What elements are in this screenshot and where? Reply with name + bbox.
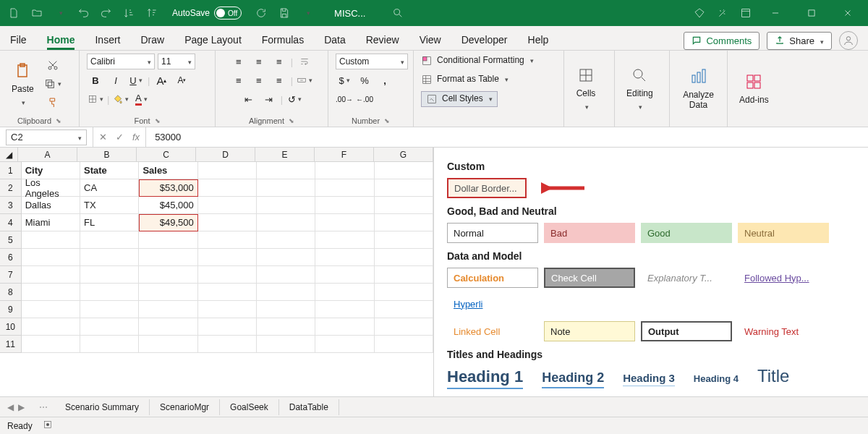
row-header[interactable]: 4 xyxy=(0,214,22,231)
minimize-button[interactable] xyxy=(760,0,791,26)
align-right-icon[interactable]: ≡ xyxy=(271,72,288,88)
currency-button[interactable]: $ xyxy=(336,72,353,88)
align-center-icon[interactable]: ≡ xyxy=(250,72,268,88)
cell[interactable] xyxy=(315,249,374,266)
cell[interactable] xyxy=(139,266,197,284)
style-warning-text[interactable]: Warning Text xyxy=(738,321,829,341)
cell[interactable]: CA xyxy=(80,179,139,197)
cell[interactable] xyxy=(315,179,374,197)
cell[interactable]: Sales xyxy=(139,162,197,179)
name-box[interactable]: C2 xyxy=(6,129,87,145)
cell[interactable] xyxy=(375,162,433,179)
merge-center-icon[interactable] xyxy=(296,72,313,88)
number-format-dropdown[interactable]: Custom xyxy=(336,54,408,69)
fill-color-button[interactable] xyxy=(112,91,129,107)
style-normal[interactable]: Normal xyxy=(447,223,538,243)
row-header[interactable]: 7 xyxy=(0,266,22,284)
cell[interactable] xyxy=(257,336,315,353)
cancel-edit-icon[interactable]: ✕ xyxy=(99,132,107,142)
style-good[interactable]: Good xyxy=(641,223,732,243)
cell[interactable] xyxy=(22,336,80,353)
dec-decimal-button[interactable]: ←.00 xyxy=(356,91,373,107)
cell[interactable] xyxy=(80,266,139,284)
cell[interactable] xyxy=(139,284,197,301)
col-header-C[interactable]: C xyxy=(137,148,196,162)
cell[interactable] xyxy=(22,266,80,284)
style-heading-4[interactable]: Heading 4 xyxy=(694,373,739,384)
fx-icon[interactable]: fx xyxy=(132,132,140,142)
dec-indent-icon[interactable]: ⇤ xyxy=(240,91,258,107)
cell[interactable] xyxy=(139,231,197,249)
row-header[interactable]: 1 xyxy=(0,162,22,179)
style-linked-cell[interactable]: Linked Cell xyxy=(447,321,538,341)
cell[interactable] xyxy=(315,318,374,336)
cell-styles-button[interactable]: Cell Styles xyxy=(421,91,498,107)
cell[interactable] xyxy=(80,336,139,353)
cell[interactable] xyxy=(198,197,257,214)
save-icon[interactable] xyxy=(275,3,294,23)
cell[interactable] xyxy=(375,179,433,197)
row-header[interactable]: 8 xyxy=(0,284,22,301)
row-header[interactable]: 2 xyxy=(0,179,22,197)
macro-record-icon[interactable] xyxy=(43,420,53,432)
col-header-F[interactable]: F xyxy=(315,148,374,162)
style-heading-2[interactable]: Heading 2 xyxy=(542,370,604,388)
cell[interactable] xyxy=(139,336,197,353)
cell[interactable] xyxy=(198,231,257,249)
style-note[interactable]: Note xyxy=(544,321,635,341)
cell[interactable] xyxy=(198,284,257,301)
window-icon[interactable] xyxy=(736,3,755,23)
cell[interactable] xyxy=(257,197,315,214)
confirm-edit-icon[interactable]: ✓ xyxy=(116,132,124,142)
cell[interactable] xyxy=(139,301,197,318)
tab-developer[interactable]: Developer xyxy=(461,34,508,50)
orientation-icon[interactable]: ↺ xyxy=(286,91,303,107)
editing-button[interactable]: Editing xyxy=(622,62,658,114)
sheet-tab-datatable[interactable]: DataTable xyxy=(279,399,339,415)
share-button[interactable]: Share xyxy=(767,32,832,50)
style-output[interactable]: Output xyxy=(641,321,732,341)
row-header[interactable]: 9 xyxy=(0,301,22,318)
cell[interactable] xyxy=(375,249,433,266)
cell[interactable] xyxy=(375,301,433,318)
qat-more-icon[interactable] xyxy=(298,3,317,23)
cell[interactable] xyxy=(315,214,374,231)
row-header[interactable]: 11 xyxy=(0,336,22,353)
cell[interactable] xyxy=(257,266,315,284)
col-header-A[interactable]: A xyxy=(18,148,77,162)
cell[interactable] xyxy=(375,318,433,336)
new-file-icon[interactable] xyxy=(4,3,23,23)
formula-value[interactable]: 53000 xyxy=(146,132,181,142)
tab-view[interactable]: View xyxy=(420,34,441,50)
style-check-cell[interactable]: Check Cell xyxy=(544,268,635,288)
cell[interactable]: $49,500 xyxy=(139,214,197,231)
cell[interactable] xyxy=(315,162,374,179)
cell[interactable]: State xyxy=(80,162,139,179)
cell[interactable] xyxy=(315,301,374,318)
format-as-table-button[interactable]: Format as Table xyxy=(421,72,509,87)
cell[interactable] xyxy=(198,214,257,231)
font-color-button[interactable]: A xyxy=(132,91,150,107)
cell[interactable]: FL xyxy=(80,214,139,231)
row-header[interactable]: 6 xyxy=(0,249,22,266)
italic-button[interactable]: I xyxy=(107,72,124,88)
style-bad[interactable]: Bad xyxy=(544,223,635,243)
sheet-tab-scenario-summary[interactable]: Scenario Summary xyxy=(55,399,150,415)
percent-button[interactable]: % xyxy=(356,72,373,88)
cell[interactable] xyxy=(198,301,257,318)
cells-button[interactable]: Cells xyxy=(571,62,600,114)
cell[interactable] xyxy=(257,162,315,179)
maximize-button[interactable] xyxy=(796,0,827,26)
sort-asc-icon[interactable] xyxy=(120,3,139,23)
cell[interactable] xyxy=(139,249,197,266)
tab-draw[interactable]: Draw xyxy=(140,34,164,50)
align-left-icon[interactable]: ≡ xyxy=(230,72,247,88)
autosave-toggle[interactable]: AutoSave Off xyxy=(172,7,242,20)
cell[interactable] xyxy=(257,249,315,266)
cell[interactable] xyxy=(80,249,139,266)
cell[interactable]: $53,000 xyxy=(139,179,197,197)
underline-button[interactable]: U xyxy=(127,72,145,88)
addins-button[interactable]: Add-ins xyxy=(735,69,773,108)
cell[interactable] xyxy=(80,231,139,249)
inc-indent-icon[interactable]: ⇥ xyxy=(260,91,278,107)
